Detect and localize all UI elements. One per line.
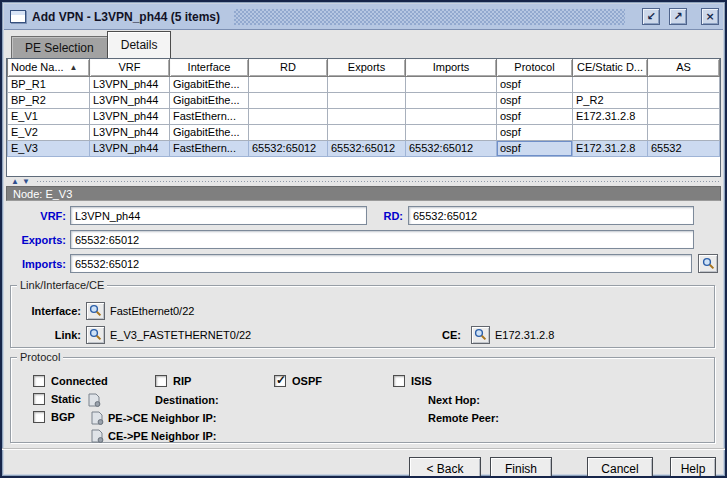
table-cell[interactable]: BP_R2 xyxy=(8,92,90,108)
column-header-imports[interactable]: Imports xyxy=(406,59,497,76)
column-header-rd[interactable]: RD xyxy=(249,59,328,76)
table-row: BP_R2 L3VPN_ph44 GigabitEthe... ospf P_R… xyxy=(8,92,720,108)
document-action-icon xyxy=(91,411,104,425)
table-cell[interactable]: FastEthern... xyxy=(170,108,249,124)
table-cell[interactable]: ospf xyxy=(497,92,573,108)
checkbox-icon[interactable] xyxy=(33,375,45,387)
title-bar[interactable]: Add VPN - L3VPN_ph44 (5 items) ↙ ↗ × xyxy=(4,4,723,30)
table-cell[interactable]: E_V3 xyxy=(8,140,90,156)
table-cell[interactable]: 65532:65012 xyxy=(328,140,406,156)
checkbox-icon[interactable] xyxy=(155,375,167,387)
table-cell[interactable]: GigabitEthe... xyxy=(170,92,249,108)
table-cell[interactable]: E172.31.2.8 xyxy=(573,140,648,156)
table-cell-focused[interactable]: ospf xyxy=(497,140,573,156)
exports-row: Exports: xyxy=(6,230,721,249)
splitter-texture xyxy=(36,180,721,184)
minimize-button[interactable]: ↙ xyxy=(642,8,660,25)
table-cell[interactable] xyxy=(648,124,720,140)
ospf-checkbox[interactable]: OSPF xyxy=(274,375,322,387)
split-divider[interactable]: ▲ ▼ xyxy=(6,177,721,186)
splitter-collapse-down-icon[interactable]: ▼ xyxy=(22,178,30,186)
table-cell[interactable]: 65532:65012 xyxy=(249,140,328,156)
close-button[interactable]: × xyxy=(701,8,719,25)
ce-label: CE: xyxy=(437,329,461,341)
finish-button[interactable]: Finish xyxy=(490,457,552,478)
help-button[interactable]: Help xyxy=(670,457,716,478)
table-cell[interactable] xyxy=(249,92,328,108)
table-cell[interactable]: GigabitEthe... xyxy=(170,124,249,140)
vrf-input[interactable] xyxy=(70,206,367,225)
table-cell[interactable]: L3VPN_ph44 xyxy=(90,140,170,156)
back-button[interactable]: < Back xyxy=(409,457,481,478)
link-interface-ce-group: Link/Interface/CE Interface: FastEtherne… xyxy=(10,285,715,348)
window-title: Add VPN - L3VPN_ph44 (5 items) xyxy=(32,10,220,24)
interface-search-button[interactable] xyxy=(86,302,105,320)
table-cell[interactable]: GigabitEthe... xyxy=(170,76,249,92)
table-cell[interactable]: L3VPN_ph44 xyxy=(90,92,170,108)
tab-strip: PE Selection Details xyxy=(2,30,725,58)
table-cell[interactable] xyxy=(648,92,720,108)
tab-details[interactable]: Details xyxy=(107,31,172,58)
checkbox-icon[interactable] xyxy=(33,411,45,423)
column-header-as[interactable]: AS xyxy=(648,59,720,76)
maximize-button[interactable]: ↗ xyxy=(669,8,687,25)
rip-checkbox[interactable]: RIP xyxy=(155,375,191,387)
table-cell[interactable] xyxy=(249,124,328,140)
table-cell[interactable] xyxy=(573,124,648,140)
link-search-button[interactable] xyxy=(86,326,105,344)
column-header-ce-static[interactable]: CE/Static D... xyxy=(573,59,648,76)
link-label: Link: xyxy=(17,329,81,341)
exports-input[interactable] xyxy=(70,230,694,249)
table-cell[interactable] xyxy=(328,124,406,140)
imports-input[interactable] xyxy=(70,254,692,273)
column-header-vrf[interactable]: VRF xyxy=(90,59,170,76)
static-edit-button[interactable] xyxy=(87,393,101,408)
table-cell[interactable]: E_V1 xyxy=(8,108,90,124)
pe-ce-edit-button[interactable] xyxy=(90,411,104,426)
table-cell[interactable]: E_V2 xyxy=(8,124,90,140)
table-cell[interactable] xyxy=(328,76,406,92)
isis-checkbox[interactable]: ISIS xyxy=(393,375,432,387)
column-header-exports[interactable]: Exports xyxy=(328,59,406,76)
table-cell[interactable]: L3VPN_ph44 xyxy=(90,108,170,124)
checkbox-icon[interactable] xyxy=(33,393,45,405)
table-cell[interactable]: FastEthern... xyxy=(170,140,249,156)
table-cell[interactable]: ospf xyxy=(497,76,573,92)
table-cell[interactable] xyxy=(328,92,406,108)
column-header-interface[interactable]: Interface xyxy=(170,59,249,76)
checkbox-icon[interactable] xyxy=(393,375,405,387)
tab-pe-selection[interactable]: PE Selection xyxy=(11,36,108,58)
table-cell[interactable]: 65532 xyxy=(648,140,720,156)
table-cell[interactable] xyxy=(328,108,406,124)
connected-checkbox[interactable]: Connected xyxy=(33,375,108,387)
table-cell[interactable]: ospf xyxy=(497,108,573,124)
table-cell[interactable] xyxy=(249,76,328,92)
table-cell[interactable]: L3VPN_ph44 xyxy=(90,76,170,92)
table-cell[interactable] xyxy=(648,108,720,124)
table-cell[interactable] xyxy=(406,124,497,140)
interface-label: Interface: xyxy=(17,305,81,317)
rd-input[interactable] xyxy=(408,206,694,225)
table-cell[interactable]: L3VPN_ph44 xyxy=(90,124,170,140)
table-cell[interactable] xyxy=(406,76,497,92)
column-header-protocol[interactable]: Protocol xyxy=(497,59,573,76)
static-checkbox[interactable]: Static xyxy=(33,393,81,405)
table-cell[interactable] xyxy=(573,76,648,92)
bgp-checkbox[interactable]: BGP xyxy=(33,411,75,423)
table-cell[interactable]: ospf xyxy=(497,124,573,140)
table-cell[interactable] xyxy=(648,76,720,92)
cancel-button[interactable]: Cancel xyxy=(587,457,653,478)
table-cell[interactable]: BP_R1 xyxy=(8,76,90,92)
table-cell[interactable]: E172.31.2.8 xyxy=(573,108,648,124)
table-cell[interactable]: 65532:65012 xyxy=(406,140,497,156)
table-cell[interactable]: P_R2 xyxy=(573,92,648,108)
checkbox-icon[interactable] xyxy=(274,375,286,387)
ce-pe-edit-button[interactable] xyxy=(90,429,104,444)
table-cell[interactable] xyxy=(406,92,497,108)
column-header-node-name[interactable]: Node Na...▲ xyxy=(8,59,90,76)
imports-search-button[interactable] xyxy=(698,254,718,273)
splitter-collapse-up-icon[interactable]: ▲ xyxy=(11,178,19,186)
table-cell[interactable] xyxy=(249,108,328,124)
table-cell[interactable] xyxy=(406,108,497,124)
ce-search-button[interactable] xyxy=(471,326,490,344)
